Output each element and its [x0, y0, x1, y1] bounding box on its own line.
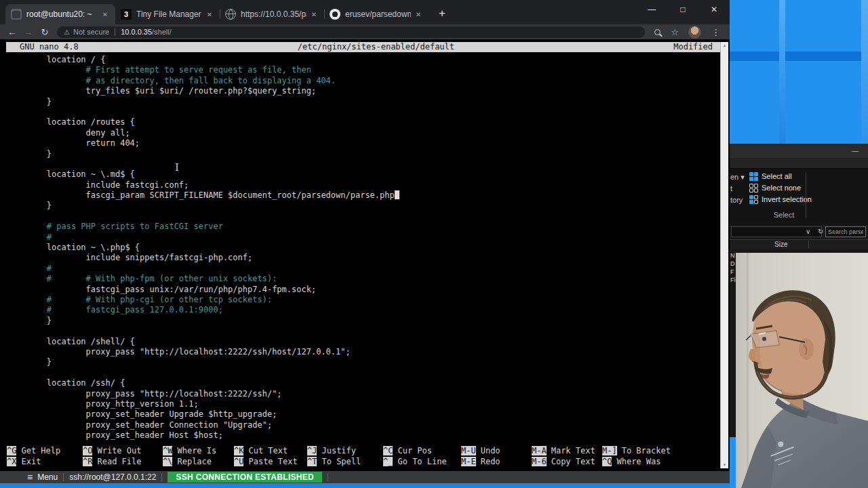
- ribbon-invert-selection[interactable]: Invert selection: [749, 194, 812, 205]
- terminal-line: # fastcgi_pass 127.0.0.1:9000;: [7, 305, 399, 315]
- kebab-menu-icon[interactable]: ⋮: [711, 27, 720, 37]
- nano-shortcut: M-AMark Text: [532, 446, 602, 457]
- shortcut-key: ^K: [234, 446, 243, 455]
- shortcut-label: Mark Text: [551, 446, 595, 455]
- code-text: proxy_http_version 1.1;: [7, 399, 199, 409]
- shortcut-label: To Bracket: [622, 446, 671, 455]
- shortcut-key: ^X: [7, 457, 16, 466]
- terminal-line: fastcgi_pass unix:/var/run/php/php7.4-fp…: [7, 285, 399, 295]
- tab-1[interactable]: root@ubuntu20: ~✕: [5, 4, 115, 24]
- ribbon-select-none[interactable]: Select none: [749, 182, 812, 193]
- nano-shortcut: ^QWhere Was: [602, 457, 716, 468]
- nano-shortcut: M-UUndo: [461, 446, 532, 457]
- profile-avatar[interactable]: [688, 26, 701, 39]
- terminal-line: try_files $uri $uri/ /router.php?$query_…: [7, 86, 399, 96]
- address-dropdown-refresh-icons[interactable]: ∨ ↻: [806, 228, 826, 235]
- desktop: { "window": { "minimize": "—", "maximize…: [0, 0, 868, 488]
- nano-shortcut: ^GGet Help: [7, 446, 83, 457]
- shortcut-key: ^Q: [602, 457, 612, 466]
- nano-shortcut: M-]To Bracket: [602, 446, 716, 457]
- nano-shortcut: ^WWhere Is: [163, 446, 234, 457]
- terminal-line: deny all;: [7, 128, 399, 138]
- tab-close-icon[interactable]: ✕: [205, 11, 214, 18]
- shortcut-label: Get Help: [21, 446, 60, 455]
- terminal-line: return 404;: [7, 138, 399, 148]
- terminal-scrollbar[interactable]: ▲ ▼: [720, 42, 728, 468]
- explorer-minimize-icon[interactable]: —: [852, 144, 859, 158]
- bookmark-star-icon[interactable]: ☆: [671, 27, 679, 37]
- ribbon-button-fragment[interactable]: tory: [730, 195, 745, 206]
- text-cursor: [395, 190, 399, 199]
- minimize-icon[interactable]: —: [636, 0, 667, 20]
- code-text: proxy_pass "http://localhost:2222/ssh/ho…: [7, 347, 351, 357]
- nano-shortcut: ^XExit: [7, 457, 83, 468]
- explorer-column-headers: Size: [730, 239, 868, 249]
- terminal-line: [7, 368, 399, 378]
- new-tab-button[interactable]: +: [433, 4, 452, 23]
- explorer-ribbon: en ▾ttory Select allSelect noneInvert se…: [730, 169, 868, 225]
- tab-2[interactable]: 3Tiny File Manager✕: [115, 4, 220, 24]
- ribbon-button-fragment[interactable]: en ▾: [730, 171, 745, 183]
- size-column-header[interactable]: Size: [774, 241, 787, 248]
- close-icon[interactable]: ✕: [698, 0, 730, 20]
- ribbon-select-all[interactable]: Select all: [749, 171, 812, 182]
- shortcut-label: Redo: [481, 457, 500, 466]
- terminal-line: proxy_pass "http://localhost:2222/ssh/";: [7, 389, 399, 399]
- code-text: location ~ \.md$ {: [7, 169, 135, 179]
- code-text: proxy_set_header Connection "Upgrade";: [7, 420, 272, 430]
- shortcut-key: M-]: [602, 446, 617, 455]
- terminal-line: #: [7, 232, 399, 243]
- url-path[interactable]: /shell/: [152, 28, 172, 36]
- code-text: location /routes {: [7, 117, 135, 127]
- terminal-line: include fastcgi.conf;: [7, 180, 399, 190]
- nano-shortcut: ^KCut Text: [234, 446, 307, 457]
- address-bar[interactable]: ⚠ Not secure 10.0.0.35 /shell/: [57, 26, 645, 38]
- address-divider: [115, 28, 115, 36]
- maximize-icon[interactable]: □: [667, 0, 698, 20]
- explorer-search-row: ∨ ↻: [730, 225, 868, 239]
- nano-shortcut: ^\Replace: [163, 457, 234, 468]
- shortcut-key: ^O: [83, 446, 92, 455]
- terminal-line: # # With php-cgi (or other tcp sockets):: [7, 295, 399, 305]
- terminal-line: proxy_set_header Host $host;: [7, 430, 399, 441]
- status-divider: [161, 473, 162, 482]
- reload-icon[interactable]: ↻: [37, 27, 53, 37]
- ribbon-item-label: Select all: [762, 172, 792, 180]
- menu-hamburger-icon[interactable]: ≡: [27, 472, 33, 483]
- scroll-up-icon[interactable]: ▲: [721, 43, 728, 47]
- ribbon-button-fragment[interactable]: t: [730, 183, 745, 195]
- back-icon[interactable]: ←: [4, 26, 20, 37]
- terminal-line: # pass PHP scripts to FastCGI server: [7, 222, 399, 232]
- tab-3[interactable]: https://10.0.0.35/parsedown/par✕: [220, 4, 324, 24]
- code-text: proxy_set_header Host $host;: [7, 430, 223, 440]
- explorer-title-bar[interactable]: —: [730, 144, 868, 158]
- url-host[interactable]: 10.0.0.35: [121, 28, 152, 36]
- nano-shortcut: ^CCur Pos: [383, 446, 461, 457]
- menu-label[interactable]: Menu: [37, 472, 58, 482]
- terminal-line: location / {: [7, 55, 399, 65]
- forward-icon[interactable]: →: [20, 26, 37, 37]
- tab-close-icon[interactable]: ✕: [100, 11, 110, 18]
- terminal-line: location ~ \.md$ {: [7, 169, 399, 180]
- nano-shortcut: ^OWrite Out: [83, 446, 163, 457]
- code-text: }: [7, 357, 52, 367]
- nano-shortcut-bar: ^GGet Help^OWrite Out^WWhere Is^KCut Tex…: [7, 446, 716, 467]
- code-text: proxy_pass "http://localhost:2222/ssh/";: [7, 389, 282, 399]
- desktop-tile-line-vertical: [861, 0, 868, 144]
- not-secure-warning-icon: ⚠: [64, 28, 70, 36]
- terminal-line: }: [7, 201, 399, 211]
- tab-close-icon[interactable]: ✕: [414, 11, 423, 18]
- nano-shortcut: ^UPaste Text: [234, 457, 307, 468]
- scroll-down-icon[interactable]: ▼: [721, 463, 728, 467]
- ssh-connection-badge: SSH CONNECTION ESTABLISHED: [167, 472, 322, 483]
- tab-close-icon[interactable]: ✕: [309, 11, 319, 18]
- zoom-icon[interactable]: [654, 29, 660, 35]
- security-label[interactable]: Not secure: [73, 28, 109, 36]
- desktop-bottom-strip: [0, 483, 730, 488]
- status-divider: [63, 473, 64, 482]
- terminal-line: location /ssh/ {: [7, 378, 399, 388]
- tab-4[interactable]: erusev/parsedown: Better Markd✕: [324, 4, 429, 24]
- ssh-url: ssh://root@127.0.0.1:22: [69, 472, 156, 482]
- tab-title: erusev/parsedown: Better Markd: [345, 9, 411, 19]
- explorer-search-input[interactable]: [825, 226, 866, 237]
